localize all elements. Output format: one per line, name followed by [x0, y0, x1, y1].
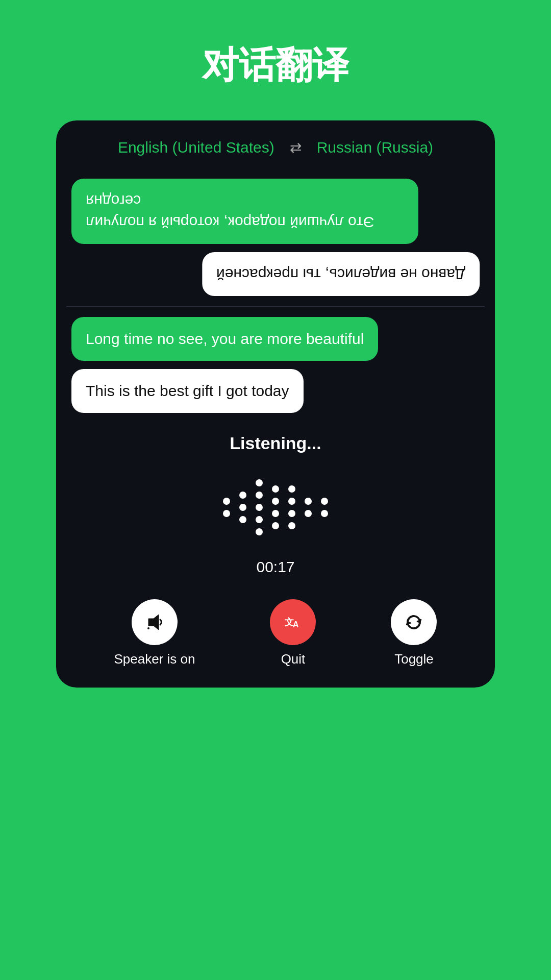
toggle-button[interactable]: Toggle	[391, 599, 437, 667]
dot	[321, 498, 328, 505]
dot	[256, 504, 263, 511]
upper-conversation: Это лучший подарок, который я получил се…	[56, 168, 495, 306]
dot	[288, 485, 295, 493]
dot	[272, 498, 279, 505]
dot	[223, 510, 230, 517]
listening-label: Listening...	[230, 433, 321, 453]
flipped-white-bubble: Давно не виделись, ты прекрасней	[202, 252, 480, 296]
lower-conversation: Long time no see, you are more beautiful…	[56, 307, 495, 418]
wave-col-2	[239, 492, 246, 523]
toggle-icon-circle	[391, 599, 437, 645]
dot	[239, 516, 246, 523]
timer-display: 00:17	[256, 558, 294, 576]
dot	[256, 528, 263, 535]
wave-col-6	[305, 498, 312, 517]
speaker-label: Speaker is on	[114, 651, 195, 667]
listening-area: Listening...	[56, 418, 495, 589]
dot	[305, 498, 312, 505]
dot	[321, 510, 328, 517]
speaker-icon	[144, 612, 165, 632]
dot	[239, 504, 246, 511]
wave-col-5	[288, 485, 295, 529]
svg-marker-0	[148, 615, 159, 630]
english-green-bubble: Long time no see, you are more beautiful	[71, 317, 378, 361]
toggle-label: Toggle	[394, 651, 434, 667]
dot	[288, 522, 295, 529]
dot	[256, 516, 263, 523]
flipped-green-bubble: Это лучший подарок, который я получил се…	[71, 179, 418, 244]
wave-col-1	[223, 498, 230, 517]
translate-icon: 文 A	[283, 612, 303, 632]
dot	[223, 498, 230, 505]
wave-col-3	[256, 479, 263, 535]
wave-col-4	[272, 485, 279, 529]
waveform	[223, 467, 328, 548]
swap-icon[interactable]: ⇄	[290, 139, 302, 156]
svg-text:A: A	[293, 620, 299, 629]
speaker-icon-circle	[132, 599, 178, 645]
quit-button[interactable]: 文 A Quit	[270, 599, 316, 667]
language-bar: English (United States) ⇄ Russian (Russi…	[56, 120, 495, 168]
english-white-bubble: This is the best gift I got today	[71, 369, 304, 413]
svg-point-1	[147, 627, 149, 629]
refresh-icon	[404, 612, 424, 632]
dot	[272, 510, 279, 517]
wave-col-7	[321, 498, 328, 517]
dot	[305, 510, 312, 517]
dot	[256, 479, 263, 486]
dot	[288, 498, 295, 505]
quit-icon-circle: 文 A	[270, 599, 316, 645]
main-card: English (United States) ⇄ Russian (Russi…	[56, 120, 495, 688]
dot	[288, 510, 295, 517]
dot	[272, 485, 279, 493]
quit-label: Quit	[281, 651, 306, 667]
dot	[272, 522, 279, 529]
target-language[interactable]: Russian (Russia)	[317, 139, 433, 156]
source-language[interactable]: English (United States)	[118, 139, 274, 156]
dot	[239, 492, 246, 499]
controls-bar: Speaker is on 文 A Quit	[56, 589, 495, 688]
app-title: 对话翻译	[202, 41, 349, 90]
dot	[256, 492, 263, 499]
speaker-button[interactable]: Speaker is on	[114, 599, 195, 667]
